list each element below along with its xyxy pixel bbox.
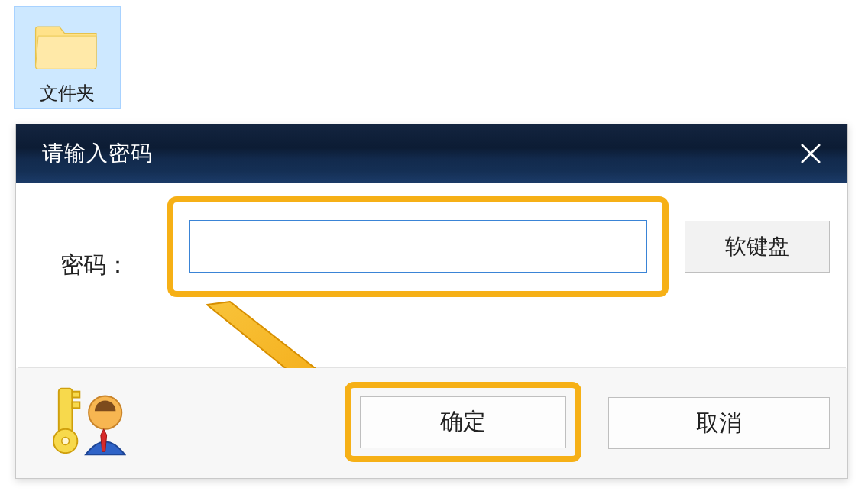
close-icon: [798, 141, 823, 166]
ok-button[interactable]: 确定: [360, 396, 566, 448]
annotation-highlight-input: [167, 196, 669, 297]
password-input[interactable]: [189, 220, 647, 273]
svg-rect-3: [59, 389, 73, 434]
folder-icon: [34, 18, 101, 70]
dialog-title: 请输入密码: [42, 139, 153, 168]
close-button[interactable]: [794, 137, 828, 170]
dialog-titlebar: 请输入密码: [16, 124, 847, 183]
svg-rect-4: [72, 392, 79, 398]
svg-rect-5: [72, 402, 79, 408]
folder-label: 文件夹: [40, 81, 95, 105]
password-dialog: 请输入密码 密码： 软键盘: [15, 124, 848, 479]
password-label: 密码：: [60, 250, 160, 281]
annotation-highlight-ok: 确定: [345, 382, 581, 462]
svg-point-7: [62, 438, 70, 445]
key-user-icon: [51, 382, 134, 458]
cancel-button[interactable]: 取消: [608, 397, 830, 449]
desktop-folder-item[interactable]: 文件夹: [14, 6, 121, 109]
dialog-footer: 确定 取消: [16, 368, 847, 478]
soft-keyboard-button[interactable]: 软键盘: [685, 221, 830, 273]
dialog-body: 密码： 软键盘: [16, 183, 847, 478]
